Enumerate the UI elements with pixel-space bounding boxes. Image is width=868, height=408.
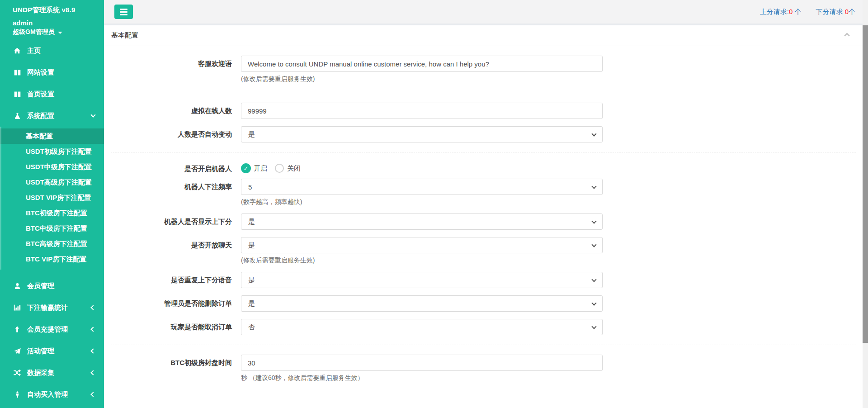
field-label: 虚拟在线人数 <box>104 103 232 119</box>
sidebar-item-member-deposit-management[interactable]: 会员充提管理 <box>0 318 104 340</box>
auto-change-select[interactable]: 是 <box>241 126 603 142</box>
form-row: 管理员是否能删除订单 是 <box>104 295 863 312</box>
robot-bet-frequency-select[interactable]: 5 <box>241 179 603 195</box>
selected-value: 5 <box>248 183 252 191</box>
columns-icon <box>13 68 22 77</box>
field-label: 机器人是否显示上下分 <box>104 213 232 230</box>
basic-config-panel: 基本配置 客服欢迎语 (修改后需要重启服务生效) 虚拟在线人数 <box>104 25 863 408</box>
chevron-down-icon <box>591 218 596 223</box>
field-label: 玩家是否能取消订单 <box>104 319 232 335</box>
panel-header: 基本配置 <box>104 25 863 46</box>
field-hint: (修改后需要重启服务生效) <box>241 75 603 83</box>
basic-config-form: 客服欢迎语 (修改后需要重启服务生效) 虚拟在线人数 人数是否自动 <box>104 46 863 402</box>
field-label: 是否开放聊天 <box>104 237 232 265</box>
form-row: 机器人下注频率 5 (数字越高，频率越快) <box>104 179 863 206</box>
selected-value: 是 <box>248 130 255 139</box>
sidebar-subitem-btc-vip-config[interactable]: BTC VIP房下注配置 <box>0 251 104 267</box>
field-label: 管理员是否能删除订单 <box>104 295 232 312</box>
sidebar-subitem-btc-middle-config[interactable]: BTC中级房下注配置 <box>0 221 104 236</box>
columns-icon <box>13 90 22 99</box>
repeat-updown-voice-select[interactable]: 是 <box>241 272 603 288</box>
caret-down-icon <box>58 32 62 34</box>
sidebar-subitem-btc-junior-config[interactable]: BTC初级房下注配置 <box>0 205 104 221</box>
selected-value: 否 <box>248 323 255 332</box>
form-row: 客服欢迎语 (修改后需要重启服务生效) <box>104 56 863 83</box>
field-label: BTC初级房封盘时间 <box>104 355 232 382</box>
welcome-message-input[interactable] <box>241 56 603 72</box>
form-row: 玩家是否能取消订单 否 <box>104 319 863 335</box>
field-label: 人数是否自动变动 <box>104 126 232 142</box>
field-hint: 秒 （建议60秒，修改后需要重启服务生效） <box>241 374 603 382</box>
sidebar-item-homepage-settings[interactable]: 首页设置 <box>0 83 104 105</box>
radio-option-on[interactable]: ✓ 开启 <box>241 163 267 173</box>
bar-chart-icon <box>13 303 22 312</box>
sidebar-item-bet-winloss-stats[interactable]: 下注输赢统计 <box>0 297 104 318</box>
sidebar-item-data-collection[interactable]: 数据采集 <box>0 362 104 384</box>
sidebar-toggle-button[interactable] <box>114 5 133 19</box>
chevron-down-icon <box>591 324 596 329</box>
down-request-stat[interactable]: 下分请求 0个 <box>816 8 855 16</box>
form-row: 是否重复上下分语音 是 <box>104 272 863 288</box>
flask-icon <box>13 111 22 120</box>
sidebar-item-auto-buy-management[interactable]: 自动买入管理 <box>0 384 104 405</box>
role-dropdown[interactable]: 超级GM管理员 <box>13 28 104 36</box>
chevron-left-icon <box>90 370 95 375</box>
collapse-chevron-icon[interactable] <box>844 33 850 38</box>
form-row: BTC初级房封盘时间 秒 （建议60秒，修改后需要重启服务生效） <box>104 355 863 382</box>
page-scrollbar <box>863 0 868 408</box>
btc-junior-seal-time-input[interactable] <box>241 355 603 371</box>
sidebar-subitem-basic-config[interactable]: 基本配置 <box>0 128 104 144</box>
sidebar-subitem-usdt-junior-config[interactable]: USDT初级房下注配置 <box>0 144 104 159</box>
sidebar-subitem-usdt-middle-config[interactable]: USDT中级房下注配置 <box>0 159 104 175</box>
sidebar-item-label: 会员管理 <box>27 282 54 290</box>
sidebar-subitem-btc-senior-config[interactable]: BTC高级房下注配置 <box>0 236 104 251</box>
sidebar-item-label: 首页设置 <box>27 90 54 99</box>
virtual-online-count-input[interactable] <box>241 103 603 119</box>
chat-enable-select[interactable]: 是 <box>241 237 603 253</box>
sidebar-item-activity-management[interactable]: 活动管理 <box>0 340 104 362</box>
player-cancel-order-select[interactable]: 否 <box>241 319 603 335</box>
chevron-left-icon <box>90 392 95 397</box>
sidebar-item-label: 网站设置 <box>27 68 54 77</box>
username: admin <box>13 19 104 27</box>
field-hint: (数字越高，频率越快) <box>241 198 603 206</box>
up-request-stat[interactable]: 上分请求:0 个 <box>760 8 802 16</box>
chevron-down-icon <box>591 184 596 189</box>
admin-delete-order-select[interactable]: 是 <box>241 295 603 312</box>
chevron-down-icon <box>90 112 95 117</box>
topbar: 上分请求:0 个 下分请求 0个 <box>104 0 863 24</box>
main-area: 上分请求:0 个 下分请求 0个 基本配置 客服欢迎语 (修改后需要重启服务生效… <box>104 0 863 408</box>
scrollbar-thumb[interactable] <box>863 25 868 343</box>
system-config-submenu: 基本配置 USDT初级房下注配置 USDT中级房下注配置 USDT高级房下注配置… <box>0 127 104 270</box>
radio-checked-icon: ✓ <box>241 163 251 173</box>
topbar-stats: 上分请求:0 个 下分请求 0个 <box>760 8 858 16</box>
sidebar-item-system-config[interactable]: 系统配置 <box>0 105 104 127</box>
chevron-left-icon <box>90 327 95 332</box>
sidebar-item-home[interactable]: 主页 <box>0 40 104 62</box>
robot-enable-radio-group: ✓ 开启 关闭 <box>241 162 603 173</box>
radio-unchecked-icon <box>275 164 284 173</box>
role-label: 超级GM管理员 <box>13 28 55 36</box>
sidebar-item-label: 主页 <box>27 47 41 55</box>
selected-value: 是 <box>248 218 255 226</box>
sidebar-nav: 主页 网站设置 首页设置 系统配置 <box>0 40 104 405</box>
sidebar-item-member-management[interactable]: 会员管理 <box>0 275 104 297</box>
page-title: 基本配置 <box>111 31 138 40</box>
form-row: 机器人是否显示上下分 是 <box>104 213 863 230</box>
robot-show-updown-select[interactable]: 是 <box>241 213 603 230</box>
selected-value: 是 <box>248 299 255 308</box>
form-row: 是否开启机器人 ✓ 开启 关闭 <box>104 162 863 173</box>
system-config-submenu-wrap: 基本配置 USDT初级房下注配置 USDT中级房下注配置 USDT高级房下注配置… <box>0 127 104 270</box>
selected-value: 是 <box>248 241 255 250</box>
chevron-down-icon <box>591 300 596 305</box>
field-label: 是否开启机器人 <box>104 162 232 173</box>
section-divider <box>111 345 856 345</box>
sidebar-subitem-usdt-senior-config[interactable]: USDT高级房下注配置 <box>0 175 104 190</box>
sidebar-subitem-usdt-vip-config[interactable]: USDT VIP房下注配置 <box>0 190 104 205</box>
sidebar-item-site-settings[interactable]: 网站设置 <box>0 62 104 83</box>
form-row: 虚拟在线人数 <box>104 103 863 119</box>
sidebar-item-label: 自动买入管理 <box>27 390 68 399</box>
chevron-left-icon <box>90 305 95 310</box>
form-row: 是否开放聊天 是 (修改后需要重启服务生效) <box>104 237 863 265</box>
radio-option-off[interactable]: 关闭 <box>274 163 301 173</box>
